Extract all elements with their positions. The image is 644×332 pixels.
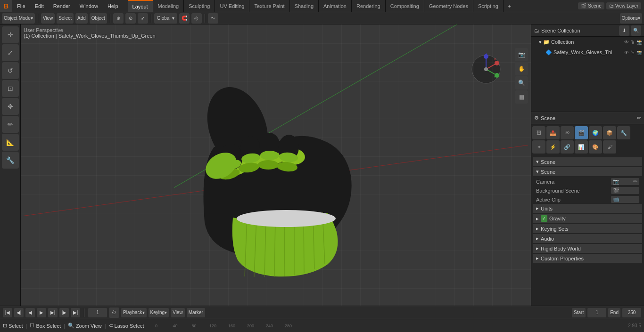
menu-file[interactable]: File — [12, 0, 30, 12]
transform-tool[interactable]: ✥ — [2, 98, 19, 115]
tab-sculpting[interactable]: Sculpting — [184, 0, 215, 12]
camera-value[interactable]: 📷 ✏ — [611, 178, 639, 185]
transform-icon-2[interactable]: ⊙ — [125, 13, 136, 24]
view-layer-selector[interactable]: 🗂 View Layer — [606, 2, 641, 9]
background-scene-value[interactable]: 🎬 — [611, 187, 639, 194]
add-workspace-button[interactable]: + — [504, 0, 516, 12]
tab-modeling[interactable]: Modeling — [153, 0, 184, 12]
prop-tab-render[interactable]: 🖼 — [532, 126, 545, 139]
select-mode[interactable]: ⊡ Select — [3, 323, 23, 329]
view-menu[interactable]: View — [41, 13, 55, 24]
prop-tab-material[interactable]: 🎨 — [589, 140, 602, 154]
transform-icon-1[interactable]: ⊕ — [113, 13, 124, 24]
prop-tab-texture[interactable]: 🖌 — [603, 140, 616, 154]
outliner-search[interactable]: 🔍 — [631, 25, 641, 36]
obj-render-toggle[interactable]: 📸 — [636, 50, 642, 55]
zoom-view-mode[interactable]: 🔍 Zoom View — [68, 323, 102, 329]
props-edit-btn[interactable]: ✏ — [637, 115, 641, 121]
scene-subsection-title[interactable]: ▾ Scene — [533, 167, 642, 176]
cursor-tool[interactable]: ✛ — [2, 26, 19, 43]
gravity-section[interactable]: ▸ ✓ Gravity — [533, 214, 642, 223]
custom-properties-section[interactable]: ▸ Custom Properties — [533, 254, 642, 263]
outliner-collection[interactable]: ▾ 📁 Collection 👁 🖱 📸 — [531, 37, 644, 47]
current-frame-display[interactable]: 1 — [88, 308, 107, 317]
scene-section-title[interactable]: ▾ Scene — [533, 157, 642, 166]
playback-menu[interactable]: Playback ▾ — [121, 308, 147, 317]
outliner-object[interactable]: 🔷 Safety_Work_Gloves_Thi 👁 🖱 📸 — [531, 47, 644, 57]
prop-tab-constraints[interactable]: 🔗 — [561, 140, 574, 154]
prop-tab-view[interactable]: 👁 — [561, 126, 574, 139]
timeline-end-frame[interactable]: ▶| — [71, 308, 80, 317]
tab-animation[interactable]: Animation — [319, 0, 352, 12]
menu-help[interactable]: Help — [103, 0, 123, 12]
prop-tab-particles[interactable]: ✦ — [532, 140, 545, 154]
transform-orientation[interactable]: Global ▾ — [154, 13, 177, 24]
tab-layout[interactable]: Layout — [128, 0, 153, 12]
options-button[interactable]: Options ▾ — [620, 13, 642, 24]
timeline-play[interactable]: ▶ — [37, 308, 46, 317]
add-menu[interactable]: Add — [75, 13, 88, 24]
timeline-next-frame[interactable]: ▶| — [48, 308, 58, 317]
tab-scripting[interactable]: Scripting — [473, 0, 504, 12]
menu-render[interactable]: Render — [49, 0, 75, 12]
snap-toggle[interactable]: 🧲 — [179, 13, 190, 24]
timeline-start-frame[interactable]: |◀ — [3, 308, 12, 317]
marker-menu[interactable]: Marker — [187, 308, 205, 317]
audio-section[interactable]: ▸ Audio — [533, 234, 642, 243]
gravity-checkbox[interactable]: ✓ — [541, 215, 547, 222]
select-menu[interactable]: Select — [57, 13, 74, 24]
tab-geometry-nodes[interactable]: Geometry Nodes — [424, 0, 473, 12]
units-section[interactable]: ▸ Units — [533, 204, 642, 213]
keying-menu[interactable]: Keying ▾ — [149, 308, 169, 317]
timeline-prev-frame[interactable]: ◀ — [25, 308, 35, 317]
mode-selector[interactable]: Object Mode ▾ — [2, 13, 35, 24]
tab-compositing[interactable]: Compositing — [386, 0, 424, 12]
timeline-prev-key[interactable]: ◀| — [14, 308, 24, 317]
end-frame-input[interactable]: 250 — [622, 308, 641, 317]
move-tool[interactable]: ⤢ — [2, 44, 19, 61]
annotate-tool[interactable]: ✏ — [2, 116, 19, 133]
tab-rendering[interactable]: Rendering — [352, 0, 386, 12]
prop-tab-modifier[interactable]: 🔧 — [617, 126, 630, 139]
start-frame-input[interactable]: 1 — [587, 308, 606, 317]
select-toggle[interactable]: 🖱 — [630, 40, 635, 45]
scale-tool[interactable]: ⊡ — [2, 80, 19, 97]
proportional-edit[interactable]: ◎ — [191, 13, 202, 24]
box-select-mode[interactable]: ☐ Box Select — [30, 323, 61, 329]
prop-tab-physics[interactable]: ⚡ — [546, 140, 560, 154]
measure-tool[interactable]: 📐 — [2, 134, 19, 151]
keying-sets-section[interactable]: ▸ Keying Sets — [533, 224, 642, 233]
view-menu[interactable]: View — [171, 308, 185, 317]
view-toggle[interactable]: 👁 — [624, 40, 629, 45]
tab-uv-editing[interactable]: UV Editing — [215, 0, 249, 12]
scene-selector[interactable]: 🎬 Scene — [578, 2, 604, 9]
prop-tab-output[interactable]: 📤 — [546, 126, 560, 139]
obj-view-toggle[interactable]: 👁 — [624, 50, 629, 55]
tab-shading[interactable]: Shading — [290, 0, 319, 12]
prop-tab-object[interactable]: 📦 — [603, 126, 616, 139]
menu-window[interactable]: Window — [75, 0, 103, 12]
prop-tab-scene[interactable]: 🎬 — [575, 126, 588, 139]
tab-texture-paint[interactable]: Texture Paint — [249, 0, 289, 12]
grid-overlay[interactable]: ▦ — [515, 90, 528, 104]
prop-tab-data[interactable]: 📊 — [575, 140, 588, 154]
navigation-gizmo[interactable]: X Y Z — [470, 53, 503, 86]
rigid-body-section[interactable]: ▸ Rigid Body World — [533, 244, 642, 253]
rotate-tool[interactable]: ↺ — [2, 62, 19, 79]
lasso-select-mode[interactable]: ⊂ Lasso Select — [109, 323, 144, 329]
render-toggle[interactable]: 📸 — [636, 40, 642, 45]
outliner-filter[interactable]: ⬇ — [619, 25, 629, 36]
camera-tool[interactable]: 📷 — [515, 48, 528, 61]
menu-edit[interactable]: Edit — [30, 0, 49, 12]
extra-tool[interactable]: 🔧 — [2, 152, 19, 169]
transform-icon-3[interactable]: ⤢ — [138, 13, 148, 24]
prop-tab-world[interactable]: 🌍 — [589, 126, 602, 139]
timeline-next-key[interactable]: |▶ — [59, 308, 69, 317]
obj-select-toggle[interactable]: 🖱 — [630, 50, 635, 55]
viewport-3d[interactable]: User Perspective (1) Collection | Safety… — [21, 24, 531, 306]
active-clip-value[interactable]: 📹 — [611, 196, 639, 203]
object-menu[interactable]: Object — [90, 13, 107, 24]
zoom-tool[interactable]: 🔍 — [515, 76, 528, 89]
hand-tool[interactable]: ✋ — [515, 62, 528, 75]
graph-icon[interactable]: 〜 — [208, 13, 218, 24]
